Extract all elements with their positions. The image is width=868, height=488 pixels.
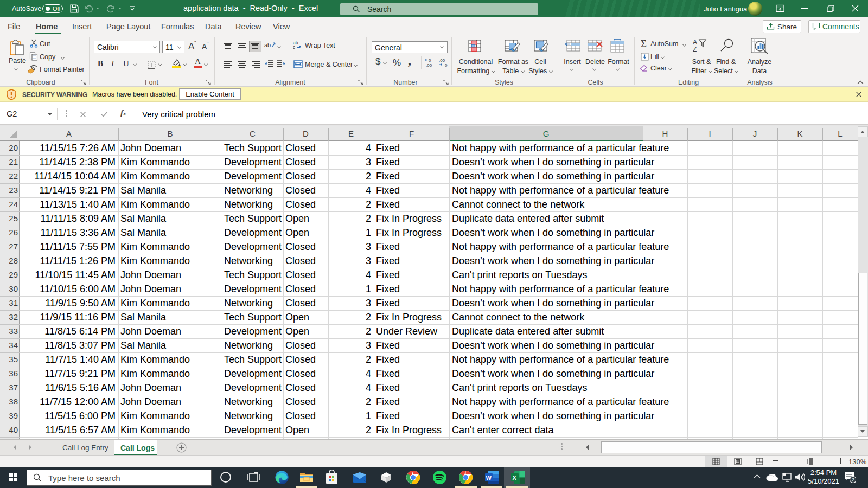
svg-text:.00: .00 [439, 58, 445, 63]
svg-text:.00: .00 [426, 63, 432, 68]
svg-text:X: X [513, 474, 517, 481]
svg-text:2: 2 [852, 477, 854, 483]
svg-text:A: A [693, 38, 697, 46]
svg-text:0: 0 [445, 63, 448, 68]
svg-text:Z: Z [693, 46, 697, 53]
svg-text:W: W [486, 474, 492, 481]
svg-text:ab: ab [264, 42, 271, 48]
